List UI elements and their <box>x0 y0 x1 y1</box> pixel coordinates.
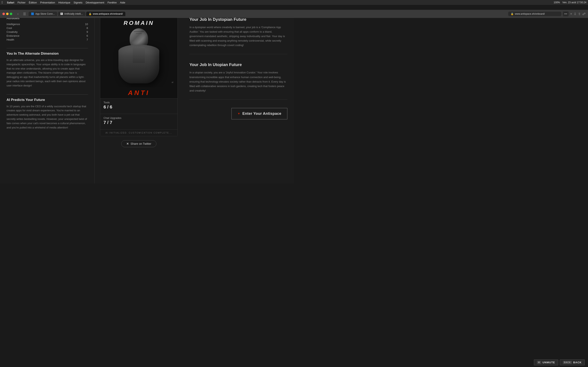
chat-upgrades-stat: Chat Upgrades 7 / 7 <box>104 117 174 125</box>
tab-artificially-label: Artificially intelli... <box>64 12 83 15</box>
attr-creativity-label: Creativity <box>7 30 17 33</box>
tab-bar: 🟦 App Store Conn... 🅿 Artificially intel… <box>29 12 294 16</box>
maximize-window-button[interactable] <box>10 13 12 15</box>
menu-signets[interactable]: Signets <box>73 1 82 4</box>
utopian-text: In a utopian society, you are a 'Joyful … <box>190 70 287 93</box>
tools-stat: Tools 6 / 6 <box>104 101 174 110</box>
dystopian-section: Your Job In Dystopian Future In a dystop… <box>190 17 287 54</box>
attr-intelligence-value: 10 <box>85 23 88 26</box>
robot-cloak <box>118 45 159 83</box>
x-twitter-icon: ✕ <box>126 142 129 145</box>
alternate-dimension-block: You In The Alternate Dimension In an alt… <box>7 48 88 88</box>
chat-upgrades-bar: Chat Upgrades 7 / 7 <box>100 114 177 129</box>
ai-status: AI INITIALIZED. CUSTOMIZATION COMPLETE..… <box>100 129 177 136</box>
chat-upgrades-value: 7 / 7 <box>104 120 174 125</box>
main-page: Attributes Intelligence 10 Cool 8 Creati… <box>0 13 294 184</box>
tools-value: 6 / 6 <box>104 104 174 110</box>
window-controls[interactable] <box>2 13 12 15</box>
share-btn-area: ✕ Share on Twitter <box>121 137 156 150</box>
ai-watermark: ai <box>172 81 173 83</box>
tab-antispace-label: www.antispace.sh/onboard/ <box>93 12 123 15</box>
menu-edition[interactable]: Édition <box>29 1 37 4</box>
menu-presentation[interactable]: Présentation <box>40 1 55 4</box>
attr-endurance-label: Endurance <box>7 34 19 37</box>
tab-antispace[interactable]: 🔒 www.antispace.sh/onboard/ <box>86 12 125 16</box>
enter-antispace-label: Enter Your Antispace <box>242 111 281 116</box>
menu-safari[interactable]: Safari <box>7 1 14 4</box>
attr-intelligence-label: Intelligence <box>7 23 20 26</box>
character-name: ROMAIN <box>100 17 177 26</box>
utopian-title: Your Job In Utopian Future <box>190 62 287 67</box>
utopian-section: Your Job In Utopian Future In a utopian … <box>190 62 287 100</box>
character-image-area: ai <box>100 26 177 87</box>
menu-fichier[interactable]: Fichier <box>17 1 26 4</box>
divider-1 <box>7 48 88 48</box>
attr-health: Health 7 <box>7 38 88 42</box>
menu-bar:  Safari Fichier Édition Présentation Hi… <box>0 0 294 5</box>
right-panel: Your Job In Dystopian Future In a dystop… <box>183 13 294 184</box>
center-panel: ROMAIN ai ANTI Tools 6 / 6 Chat Upgrades <box>95 13 183 184</box>
alternate-dimension-text: In an alternate universe, you are a time… <box>7 58 88 88</box>
menu-developpement[interactable]: Développement <box>86 1 104 4</box>
minimize-window-button[interactable] <box>6 13 9 15</box>
attr-creativity-value: 9 <box>86 30 88 33</box>
tab-artificially[interactable]: 🅿 Artificially intelli... <box>58 12 85 16</box>
menu-historique[interactable]: Historique <box>58 1 70 4</box>
tab-antispace-lock-icon: 🔒 <box>89 12 92 15</box>
chat-upgrades-label: Chat Upgrades <box>104 117 174 119</box>
attr-endurance-value: 6 <box>86 34 88 37</box>
back-navigation-button[interactable]: ‹ <box>16 11 20 16</box>
dystopian-text: In a dystopian world where creativity is… <box>190 25 287 48</box>
character-figure <box>118 28 159 85</box>
stats-bar: Tools 6 / 6 <box>100 98 177 114</box>
close-window-button[interactable] <box>2 13 5 15</box>
attr-intelligence: Intelligence 10 <box>7 22 88 26</box>
attr-health-value: 7 <box>86 38 88 41</box>
attr-cool-label: Cool <box>7 26 12 30</box>
ai-predicts-text: In 10 years, you are the CEO of a wildly… <box>7 104 88 130</box>
ai-predicts-title: AI Predicts Your Future <box>7 98 88 102</box>
attr-creativity: Creativity 9 <box>7 30 88 34</box>
tools-label: Tools <box>104 101 174 104</box>
character-card: ROMAIN ai ANTI Tools 6 / 6 Chat Upgrades <box>100 16 178 136</box>
attributes-section: Attributes Intelligence 10 Cool 8 Creati… <box>7 16 88 42</box>
share-twitter-button[interactable]: ✕ Share on Twitter <box>121 140 156 147</box>
attr-health-label: Health <box>7 38 14 41</box>
menu-aide[interactable]: Aide <box>120 1 125 4</box>
attr-cool: Cool 8 <box>7 26 88 30</box>
tab-appstore-icon: 🟦 <box>31 12 34 15</box>
browser-toolbar: ‹ ☰ 🟦 App Store Conn... 🅿 Artificially i… <box>0 10 294 18</box>
ai-predicts-block: AI Predicts Your Future In 10 years, you… <box>7 94 88 130</box>
divider-2 <box>7 94 88 95</box>
apple-menu[interactable]:  <box>2 1 3 4</box>
share-twitter-label: Share on Twitter <box>130 142 151 145</box>
alternate-dimension-title: You In The Alternate Dimension <box>7 52 88 56</box>
enter-arrow-icon: ▼ <box>237 112 240 115</box>
menu-fenetre[interactable]: Fenêtre <box>108 1 117 4</box>
tab-artificially-icon: 🅿 <box>61 12 63 15</box>
tab-appstore[interactable]: 🟦 App Store Conn... <box>29 12 57 16</box>
enter-btn-area: ▼ Enter Your Antispace <box>190 108 287 119</box>
attr-endurance: Endurance 6 <box>7 34 88 38</box>
tab-appstore-label: App Store Conn... <box>35 12 55 15</box>
anti-label: ANTI <box>100 87 177 98</box>
left-panel: Attributes Intelligence 10 Cool 8 Creati… <box>0 13 95 184</box>
sidebar-toggle-button[interactable]: ☰ <box>22 11 27 16</box>
attr-cool-value: 8 <box>86 26 88 30</box>
enter-antispace-button[interactable]: ▼ Enter Your Antispace <box>231 108 287 119</box>
